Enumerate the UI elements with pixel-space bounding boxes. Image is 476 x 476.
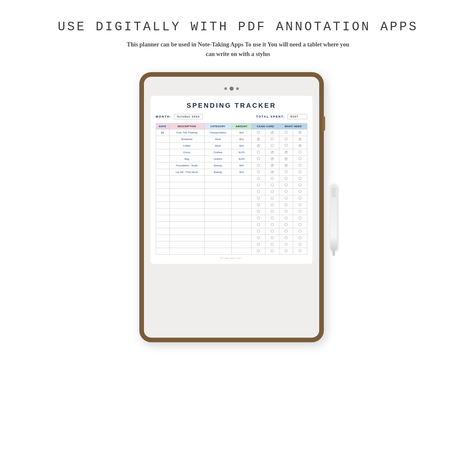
cell-r3-empty[interactable] <box>279 221 293 228</box>
radio-want-2[interactable] <box>298 151 301 154</box>
radio-cash-1[interactable] <box>257 151 260 154</box>
cell-r4-empty[interactable] <box>293 202 307 208</box>
cell-radio-4[interactable] <box>293 142 307 149</box>
cell-radio-1[interactable] <box>252 155 266 162</box>
cell-r1-empty[interactable] <box>252 221 266 228</box>
cell-radio-3[interactable] <box>279 169 293 175</box>
radio-empty-1[interactable] <box>257 223 260 226</box>
cell-r2-empty[interactable] <box>266 195 279 202</box>
cell-r4-empty[interactable] <box>293 241 307 248</box>
cell-radio-1[interactable] <box>252 162 266 169</box>
cell-r2-empty[interactable] <box>266 235 279 241</box>
cell-r4-empty[interactable] <box>293 175 307 182</box>
radio-empty-3[interactable] <box>285 177 288 180</box>
cell-r3-empty[interactable] <box>279 215 293 221</box>
radio-cash-1[interactable] <box>257 157 260 160</box>
radio-empty-1[interactable] <box>257 203 260 206</box>
cell-r1-empty[interactable] <box>252 235 266 241</box>
cell-radio-3[interactable] <box>279 162 293 169</box>
radio-empty-1[interactable] <box>257 243 260 246</box>
radio-want-2[interactable] <box>298 144 301 147</box>
radio-empty-2[interactable] <box>271 197 274 200</box>
radio-cash-2[interactable] <box>271 157 274 160</box>
radio-cash-2[interactable] <box>271 164 274 167</box>
cell-r2-empty[interactable] <box>266 221 279 228</box>
radio-want-1[interactable] <box>285 131 288 134</box>
radio-want-2[interactable] <box>298 138 301 141</box>
cell-r3-empty[interactable] <box>279 195 293 202</box>
cell-r2-empty[interactable] <box>266 208 279 215</box>
cell-r3-empty[interactable] <box>279 208 293 215</box>
radio-cash-2[interactable] <box>271 144 274 147</box>
cell-radio-2[interactable] <box>266 142 279 149</box>
radio-empty-4[interactable] <box>298 197 301 200</box>
radio-cash-2[interactable] <box>271 171 274 174</box>
radio-empty-4[interactable] <box>298 243 301 246</box>
cell-r2-empty[interactable] <box>266 202 279 208</box>
cell-r4-empty[interactable] <box>293 248 307 254</box>
cell-r3-empty[interactable] <box>279 228 293 235</box>
cell-r2-empty[interactable] <box>266 248 279 254</box>
radio-empty-3[interactable] <box>285 183 288 186</box>
radio-empty-1[interactable] <box>257 216 260 219</box>
cell-radio-4[interactable] <box>293 149 307 155</box>
radio-want-2[interactable] <box>298 131 301 134</box>
radio-cash-2[interactable] <box>271 151 274 154</box>
cell-radio-4[interactable] <box>293 169 307 175</box>
cell-r4-empty[interactable] <box>293 182 307 188</box>
cell-r4-empty[interactable] <box>293 235 307 241</box>
cell-r1-empty[interactable] <box>252 188 266 195</box>
cell-r3-empty[interactable] <box>279 241 293 248</box>
radio-empty-4[interactable] <box>298 216 301 219</box>
cell-r2-empty[interactable] <box>266 241 279 248</box>
cell-r1-empty[interactable] <box>252 182 266 188</box>
radio-empty-1[interactable] <box>257 210 260 213</box>
radio-empty-3[interactable] <box>285 249 288 252</box>
radio-cash-1[interactable] <box>257 144 260 147</box>
cell-r2-empty[interactable] <box>266 182 279 188</box>
cell-radio-2[interactable] <box>266 136 279 142</box>
radio-empty-3[interactable] <box>285 230 288 233</box>
cell-radio-3[interactable] <box>279 142 293 149</box>
radio-empty-4[interactable] <box>298 230 301 233</box>
radio-empty-3[interactable] <box>285 216 288 219</box>
radio-want-2[interactable] <box>298 157 301 160</box>
radio-empty-4[interactable] <box>298 210 301 213</box>
cell-r1-empty[interactable] <box>252 202 266 208</box>
radio-empty-2[interactable] <box>271 190 274 193</box>
radio-want-1[interactable] <box>285 170 288 173</box>
cell-radio-1[interactable] <box>252 149 266 155</box>
cell-r4-empty[interactable] <box>293 188 307 195</box>
radio-empty-4[interactable] <box>298 203 301 206</box>
radio-cash-1[interactable] <box>257 138 260 141</box>
cell-radio-1[interactable] <box>252 136 266 142</box>
radio-empty-3[interactable] <box>285 203 288 206</box>
cell-radio-2[interactable] <box>266 149 279 155</box>
cell-r1-empty[interactable] <box>252 241 266 248</box>
cell-radio-3[interactable] <box>279 129 293 136</box>
cell-r4-empty[interactable] <box>293 208 307 215</box>
cell-r1-empty[interactable] <box>252 175 266 182</box>
radio-empty-1[interactable] <box>257 197 260 200</box>
cell-r1-empty[interactable] <box>252 228 266 235</box>
cell-r1-empty[interactable] <box>252 248 266 254</box>
radio-empty-4[interactable] <box>298 236 301 239</box>
cell-radio-1[interactable] <box>252 142 266 149</box>
radio-empty-4[interactable] <box>298 249 301 252</box>
cell-r3-empty[interactable] <box>279 202 293 208</box>
cell-r2-empty[interactable] <box>266 175 279 182</box>
cell-radio-4[interactable] <box>293 162 307 169</box>
cell-r2-empty[interactable] <box>266 188 279 195</box>
radio-empty-3[interactable] <box>285 243 288 246</box>
radio-cash-2[interactable] <box>271 131 274 134</box>
cell-radio-3[interactable] <box>279 155 293 162</box>
radio-empty-2[interactable] <box>271 177 274 180</box>
cell-radio-2[interactable] <box>266 162 279 169</box>
radio-empty-3[interactable] <box>285 197 288 200</box>
radio-empty-1[interactable] <box>257 190 260 193</box>
radio-empty-1[interactable] <box>257 236 260 239</box>
cell-r2-empty[interactable] <box>266 228 279 235</box>
radio-empty-2[interactable] <box>271 249 274 252</box>
radio-empty-3[interactable] <box>285 223 288 226</box>
radio-empty-2[interactable] <box>271 243 274 246</box>
